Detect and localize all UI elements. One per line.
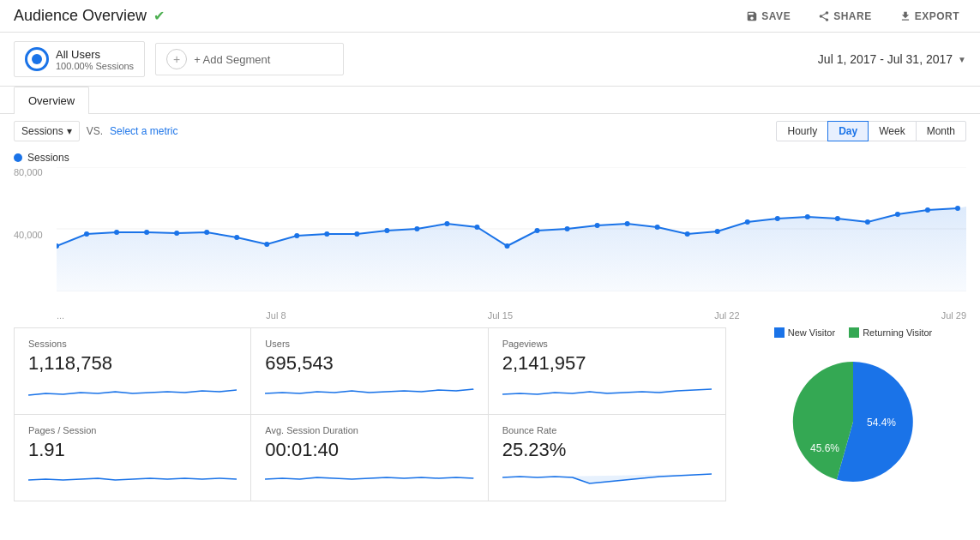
x-label-0: ... [57,310,64,321]
header-left: Audience Overview ✔ [14,7,165,25]
period-week-button[interactable]: Week [868,121,916,141]
sparkline-duration [265,465,473,490]
sparkline-users [265,378,473,404]
share-icon [818,10,830,22]
pie-section: New Visitor Returning Visitor [726,327,966,501]
date-range-text: Jul 1, 2017 - Jul 31, 2017 [818,52,953,66]
svg-point-33 [955,206,960,211]
new-visitor-color [774,327,785,338]
x-label-1: Jul 8 [266,310,286,321]
svg-point-10 [264,242,269,247]
svg-point-20 [565,226,570,231]
svg-point-24 [685,231,690,237]
metric-card-duration: Avg. Session Duration 00:01:40 [251,415,488,501]
add-segment-label: + Add Segment [194,53,270,66]
metric-title-users: Users [265,339,473,349]
svg-point-21 [595,223,600,228]
svg-point-23 [655,225,660,230]
chart-svg [57,167,966,291]
svg-point-4 [84,231,89,237]
metric-select-arrow: ▾ [67,125,72,137]
returning-visitor-pct-label: 45.6% [810,442,839,454]
svg-point-12 [324,231,329,237]
metric-card-bounce: Bounce Rate 25.23% [489,415,725,501]
export-icon [899,10,911,22]
sparkline-pps [28,465,237,490]
svg-point-15 [414,226,419,231]
metrics-grid-wrapper: Sessions 1,118,758 Users 695,543 [14,327,726,501]
tab-overview[interactable]: Overview [14,87,89,114]
segment-circle [25,47,49,71]
svg-point-32 [925,207,930,213]
new-visitor-pct-label: 54.4% [867,417,896,429]
returning-visitor-legend-label: Returning Visitor [863,327,932,338]
svg-point-7 [174,231,179,236]
period-month-button[interactable]: Month [916,121,966,141]
returning-visitor-color [849,327,859,338]
metric-card-users: Users 695,543 [251,328,488,415]
sparkline-pageviews [502,378,712,404]
segment-pct: 100.00% Sessions [56,61,134,71]
pie-container: 54.4% 45.6% [740,345,966,482]
metric-title-sessions: Sessions [28,339,237,349]
x-label-3: Jul 22 [714,310,739,321]
svg-point-25 [715,229,720,234]
sparkline-sessions [28,378,237,404]
metric-card-sessions: Sessions 1,118,758 [15,328,251,415]
svg-point-26 [745,219,750,225]
svg-point-16 [444,221,449,226]
metric-select-label: Sessions [21,125,63,137]
period-day-button[interactable]: Day [827,121,869,141]
svg-point-13 [354,231,359,237]
controls-left: Sessions ▾ VS. Select a metric [14,121,177,141]
select-metric-link[interactable]: Select a metric [110,125,177,137]
tab-overview-label: Overview [28,94,75,107]
share-button[interactable]: SHARE [811,7,879,26]
period-hourly-label: Hourly [787,125,817,137]
period-day-label: Day [839,125,857,137]
export-button[interactable]: EXPORT [893,7,966,26]
tabs-bar: Overview [0,87,980,114]
sparkline-bounce [502,465,712,490]
metric-title-duration: Avg. Session Duration [265,425,473,435]
date-range-arrow-icon: ▼ [958,55,966,64]
chart-legend: Sessions [14,148,966,167]
metric-value-pps: 1.91 [28,439,237,461]
x-axis: ... Jul 8 Jul 15 Jul 22 Jul 29 [14,309,966,321]
metric-title-pageviews: Pageviews [502,339,712,349]
y-axis-top: 80,000 [14,167,57,177]
all-users-segment[interactable]: All Users 100.00% Sessions [14,41,145,77]
export-label: EXPORT [915,10,959,22]
new-visitor-legend-label: New Visitor [788,327,835,338]
sessions-legend-label: Sessions [27,152,69,164]
period-buttons: Hourly Day Week Month [777,121,966,141]
svg-point-5 [114,230,119,235]
segments-bar: All Users 100.00% Sessions + + Add Segme… [0,33,980,87]
svg-point-22 [625,221,630,226]
header-right: SAVE SHARE EXPORT [739,7,966,26]
metric-value-bounce: 25.23% [502,439,712,461]
chart-wrapper: 80,000 40,000 [14,167,966,309]
date-range-picker[interactable]: Jul 1, 2017 - Jul 31, 2017 ▼ [818,52,966,66]
share-label: SHARE [833,10,872,22]
metric-title-bounce: Bounce Rate [502,425,712,435]
vs-text: VS. [87,125,103,137]
add-segment-button[interactable]: + + Add Segment [155,43,344,75]
period-hourly-button[interactable]: Hourly [776,121,828,141]
page-title: Audience Overview [14,7,147,25]
save-button[interactable]: SAVE [739,7,797,26]
save-label: SAVE [761,10,791,22]
sessions-legend-dot [14,153,22,162]
period-month-label: Month [927,125,955,137]
svg-point-29 [835,216,840,221]
metric-select-dropdown[interactable]: Sessions ▾ [14,121,80,141]
metric-value-sessions: 1,118,758 [28,352,237,375]
segment-info: All Users 100.00% Sessions [56,48,134,71]
svg-point-18 [504,243,509,249]
svg-point-9 [234,235,239,240]
controls-bar: Sessions ▾ VS. Select a metric Hourly Da… [0,114,980,148]
verified-icon: ✔ [153,8,165,24]
svg-point-27 [775,216,780,221]
segment-circle-inner [32,54,42,64]
metric-card-pps: Pages / Session 1.91 [15,415,251,501]
